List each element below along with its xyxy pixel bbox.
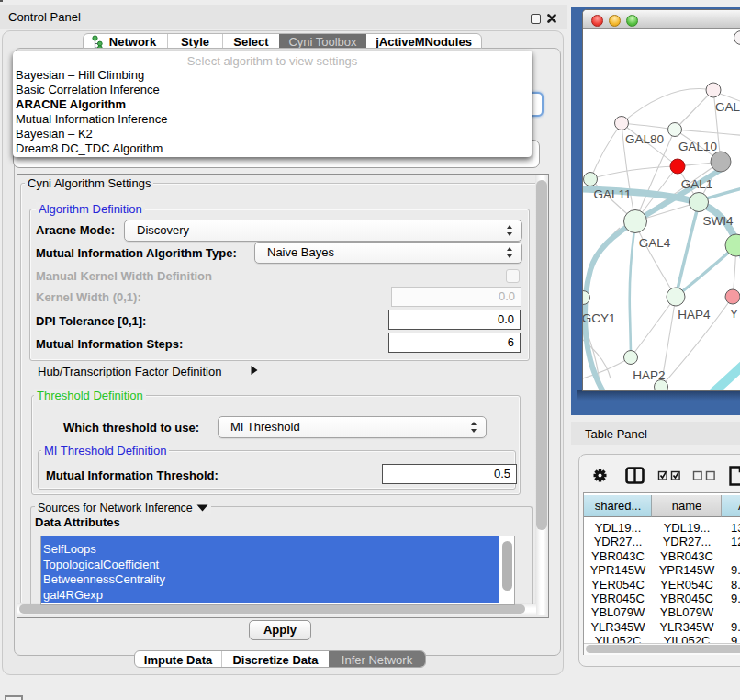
svg-text:SWI4: SWI4 — [702, 214, 733, 228]
svg-text:HAP2: HAP2 — [633, 368, 665, 382]
svg-text:GAL2: GAL2 — [715, 100, 740, 114]
svg-text:GCY1: GCY1 — [583, 311, 615, 325]
svg-text:Y: Y — [730, 307, 738, 321]
svg-text:GAL10: GAL10 — [678, 140, 717, 153]
svg-text:GAL11: GAL11 — [593, 187, 631, 201]
svg-text:GAL80: GAL80 — [625, 132, 664, 146]
svg-text:GAL1: GAL1 — [681, 177, 713, 191]
svg-text:HAP4: HAP4 — [678, 308, 711, 322]
svg-text:GAL4: GAL4 — [639, 236, 671, 250]
